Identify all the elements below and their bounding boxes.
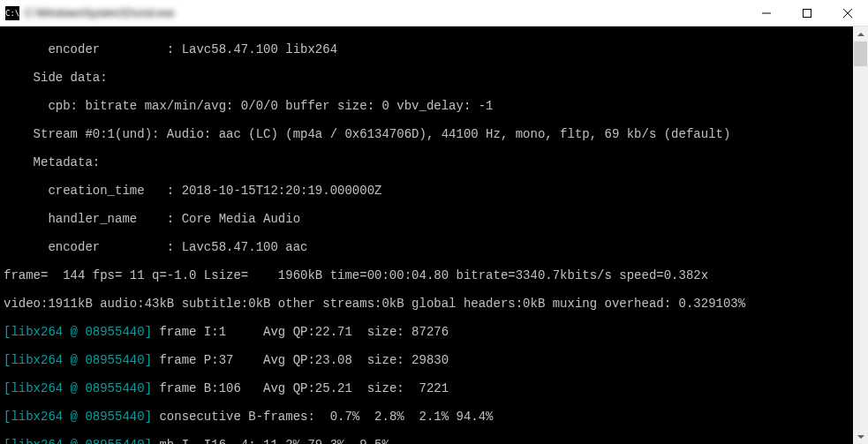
output-line: [libx264 @ 08955440] mb I I16..4: 11.2% … [4,438,853,444]
scrollbar-track[interactable] [853,41,868,429]
close-button[interactable] [827,0,868,26]
close-icon [843,9,852,18]
libx264-tag: [libx264 @ 08955440] [4,325,152,339]
libx264-tag: [libx264 @ 08955440] [4,381,152,395]
maximize-icon [803,9,811,18]
scroll-down-button[interactable] [853,429,868,444]
maximize-button[interactable] [787,0,827,26]
output-line: Side data: [4,71,853,85]
svg-rect-1 [804,9,811,17]
output-line: encoder : Lavc58.47.100 aac [4,240,853,254]
output-line: video:1911kB audio:43kB subtitle:0kB oth… [4,297,853,311]
output-line: creation_time : 2018-10-15T12:20:19.0000… [4,184,853,198]
libx264-tag: [libx264 @ 08955440] [4,410,152,424]
client-area: encoder : Lavc58.47.100 libx264 Side dat… [0,26,868,444]
libx264-tag: [libx264 @ 08955440] [4,353,152,367]
libx264-tag: [libx264 @ 08955440] [4,438,152,444]
output-line: Metadata: [4,155,853,169]
chevron-up-icon [857,31,864,38]
cmd-icon: C:\ [5,6,19,20]
output-line: [libx264 @ 08955440] consecutive B-frame… [4,410,853,424]
output-line: [libx264 @ 08955440] frame P:37 Avg QP:2… [4,353,853,367]
minimize-button[interactable] [746,0,787,26]
minimize-icon [762,9,771,18]
output-line: [libx264 @ 08955440] frame B:106 Avg QP:… [4,381,853,395]
chevron-down-icon [857,433,864,440]
output-line: Stream #0:1(und): Audio: aac (LC) (mp4a … [4,127,853,141]
output-line: frame= 144 fps= 11 q=-1.0 Lsize= 1960kB … [4,268,853,282]
output-line: cpb: bitrate max/min/avg: 0/0/0 buffer s… [4,99,853,113]
window-title: C:\Windows\System32\cmd.exe [25,7,174,19]
scrollbar-thumb[interactable] [854,41,867,66]
vertical-scrollbar[interactable] [853,26,868,444]
output-line: encoder : Lavc58.47.100 libx264 [4,42,853,56]
output-line: [libx264 @ 08955440] frame I:1 Avg QP:22… [4,325,853,339]
scroll-up-button[interactable] [853,26,868,41]
output-line: handler_name : Core Media Audio [4,212,853,226]
console-output[interactable]: encoder : Lavc58.47.100 libx264 Side dat… [0,26,853,444]
window-titlebar: C:\ C:\Windows\System32\cmd.exe [0,0,868,26]
